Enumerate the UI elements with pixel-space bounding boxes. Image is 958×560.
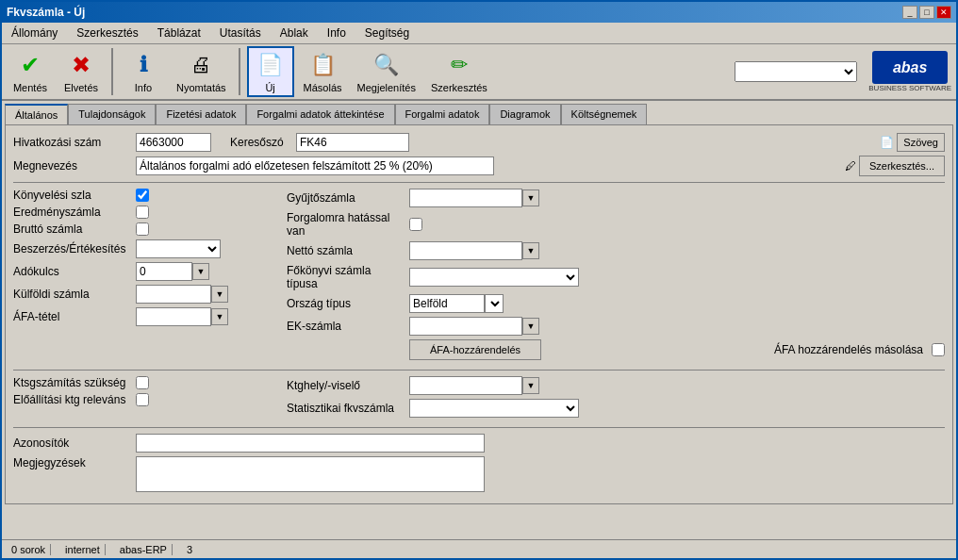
- minimize-button[interactable]: _: [902, 6, 917, 19]
- ktghely-lookup[interactable]: ▼: [522, 377, 539, 394]
- konyvelesi-checkbox[interactable]: [136, 189, 149, 202]
- statisztikai-select[interactable]: [409, 399, 579, 418]
- discard-label: Elvetés: [64, 82, 98, 93]
- tab-altalanos[interactable]: Általános: [5, 104, 68, 124]
- status-internet: internet: [60, 544, 106, 555]
- maximize-button[interactable]: □: [919, 6, 934, 19]
- ek-input[interactable]: [409, 317, 522, 336]
- kulfoldi-lookup[interactable]: ▼: [211, 286, 228, 303]
- tab-tulajdonsagok[interactable]: Tulajdonságok: [68, 104, 156, 124]
- info-label: Info: [135, 82, 152, 93]
- print-button[interactable]: 🖨 Nyomtatás: [171, 48, 232, 95]
- brutto-checkbox[interactable]: [136, 222, 149, 236]
- fokonyvi-select[interactable]: [409, 268, 579, 287]
- toolbar-select[interactable]: [735, 61, 857, 82]
- azonositok-label: Azonosítók: [13, 436, 136, 450]
- copy-icon: 📋: [307, 50, 338, 80]
- menu-ablak[interactable]: Ablak: [274, 25, 314, 41]
- menu-bar: Állomány Szerkesztés Táblázat Utasítás A…: [2, 23, 956, 44]
- szoveg-button[interactable]: Szöveg: [897, 133, 945, 152]
- afa-masolasa-checkbox[interactable]: [932, 343, 945, 356]
- edit-icon: ✏: [444, 50, 474, 80]
- orszag-input[interactable]: [409, 294, 485, 313]
- save-button[interactable]: ✔ Mentés: [7, 48, 54, 95]
- gyujto-label: Gyűjtőszámla: [287, 191, 409, 205]
- eredmeny-checkbox[interactable]: [136, 206, 149, 219]
- keresoszó-label: Keresőszó: [211, 136, 296, 149]
- ktghely-input[interactable]: [409, 376, 522, 395]
- tab-bar: Általános Tulajdonságok Fizetési adatok …: [5, 104, 953, 124]
- toolbar: ✔ Mentés ✖ Elvetés ℹ Info 🖨 Nyomtatás 📄 …: [2, 44, 956, 101]
- azonositok-input[interactable]: [136, 434, 485, 453]
- new-button[interactable]: 📄 Új: [247, 46, 294, 97]
- megnevezes-input[interactable]: [136, 156, 494, 175]
- megjegyzesek-label: Megjegyzések: [13, 456, 136, 469]
- tab-forgalmi-attekintes[interactable]: Forgalmi adatok áttekintése: [246, 104, 394, 124]
- menu-allomany[interactable]: Állomány: [6, 25, 63, 41]
- forgalomra-label: Forgalomra hatással van: [287, 211, 409, 238]
- eredmeny-label: Eredményszámla: [13, 206, 136, 219]
- megjegyzesek-textarea[interactable]: [136, 456, 485, 492]
- beszerzes-row: Beszerzés/Értékesítés: [13, 239, 268, 258]
- menu-szerkesztes[interactable]: Szerkesztés: [71, 25, 143, 41]
- close-button[interactable]: ✕: [936, 6, 951, 19]
- netto-input[interactable]: [409, 241, 522, 260]
- elloallitasi-row: Előállítási ktg releváns: [13, 393, 268, 406]
- toolbar-dropdown[interactable]: [735, 61, 857, 82]
- copy-button[interactable]: 📋 Másolás: [298, 48, 348, 95]
- szerkesztes-button[interactable]: Szerkesztés...: [859, 156, 945, 176]
- main-window: Fkvszámla - Új _ □ ✕ Állomány Szerkeszté…: [0, 0, 958, 560]
- ktghely-row: Ktghely/-viselő ▼: [287, 376, 945, 395]
- gyujto-lookup[interactable]: ▼: [522, 189, 539, 206]
- info-button[interactable]: ℹ Info: [120, 48, 167, 95]
- status-num: 3: [182, 544, 197, 555]
- ek-label: EK-számla: [287, 320, 409, 333]
- konyvelesi-row: Könyvelési szla: [13, 189, 268, 202]
- szerkesztes-icon: 🖊: [845, 159, 856, 173]
- new-icon: 📄: [256, 50, 286, 80]
- menu-segitseg[interactable]: Segítség: [359, 25, 415, 41]
- afa-hozzarendeles-button[interactable]: ÁFA-hozzárendelés: [409, 339, 541, 360]
- discard-button[interactable]: ✖ Elvetés: [58, 48, 105, 95]
- beszerzes-select[interactable]: [136, 239, 221, 258]
- view-button[interactable]: 🔍 Megjelenítés: [352, 48, 421, 95]
- forgalomra-checkbox[interactable]: [409, 218, 422, 231]
- ktsg-left: Ktsgszámítás szükség Előállítási ktg rel…: [13, 376, 268, 421]
- tab-koltségnemek[interactable]: Költségnemek: [561, 104, 648, 124]
- tab-fizetesi[interactable]: Fizetési adatok: [156, 104, 246, 124]
- kulfoldi-input[interactable]: [136, 285, 211, 304]
- megjegyzesek-row: Megjegyzések: [13, 456, 945, 492]
- orszag-select[interactable]: ▼: [485, 294, 504, 313]
- ktsgszamitas-checkbox[interactable]: [136, 376, 149, 389]
- view-icon: 🔍: [372, 50, 402, 80]
- afa-tetel-input[interactable]: [136, 307, 211, 326]
- brutto-row: Bruttó számla: [13, 222, 268, 236]
- menu-tablazat[interactable]: Táblázat: [152, 25, 206, 41]
- gyujto-input[interactable]: [409, 189, 522, 207]
- tab-forgalmi[interactable]: Forgalmi adatok: [395, 104, 490, 124]
- edit-label: Szerkesztés: [431, 82, 487, 93]
- afa-tetel-lookup[interactable]: ▼: [211, 308, 228, 325]
- fokonyvi-label: Főkönyvi számla típusa: [287, 264, 409, 290]
- brutto-label: Bruttó számla: [13, 222, 136, 236]
- elloallitasi-checkbox[interactable]: [136, 393, 149, 406]
- gyujto-row: Gyűjtőszámla ▼: [287, 189, 945, 207]
- adokulcs-input[interactable]: [136, 262, 192, 281]
- menu-info[interactable]: Info: [322, 25, 352, 41]
- ktghely-label: Ktghely/-viselő: [287, 379, 409, 392]
- keresoszó-input[interactable]: [296, 133, 409, 152]
- ek-lookup[interactable]: ▼: [522, 318, 539, 335]
- netto-lookup[interactable]: ▼: [522, 242, 539, 259]
- adokulcs-lookup[interactable]: ▼: [192, 263, 209, 280]
- new-label: Új: [265, 82, 274, 93]
- orszag-row: Ország típus ▼: [287, 294, 945, 313]
- edit-button[interactable]: ✏ Szerkesztés: [425, 48, 493, 95]
- azonositok-row: Azonosítók: [13, 434, 945, 453]
- menu-utasitas[interactable]: Utasítás: [214, 25, 267, 41]
- elloallitasi-label: Előállítási ktg releváns: [13, 393, 136, 406]
- hivatkozasi-input[interactable]: [136, 133, 211, 152]
- afa-tetel-row: ÁFA-tétel ▼: [13, 307, 268, 326]
- kulfoldi-label: Külföldi számla: [13, 288, 136, 301]
- logo-subtitle: BUSINESS SOFTWARE: [868, 84, 951, 92]
- tab-diagramok[interactable]: Diagramok: [489, 104, 560, 124]
